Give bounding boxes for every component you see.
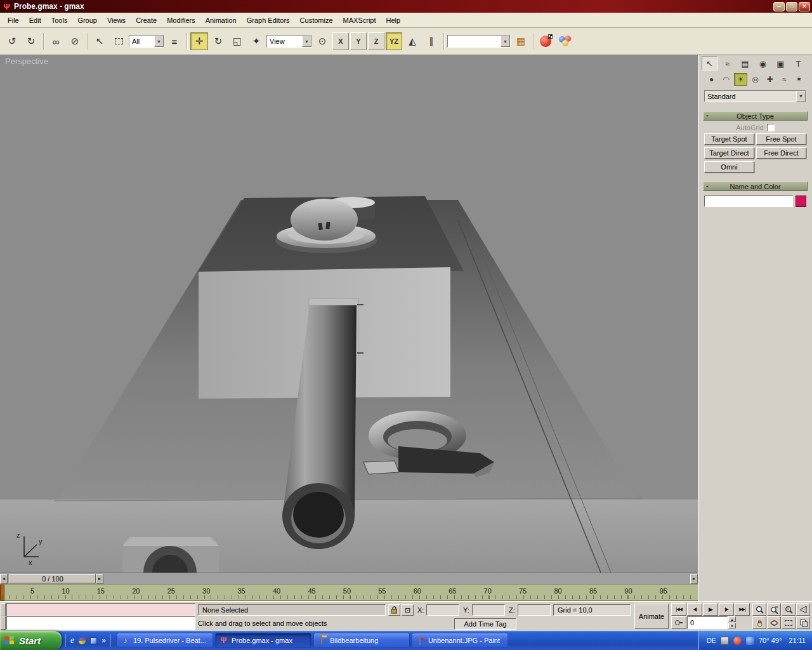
tab-utilities[interactable]: T	[790, 56, 806, 70]
light-type-dropdown[interactable]: Standard ▼	[704, 90, 806, 102]
select-by-name-icon[interactable]: ≡	[166, 32, 183, 50]
selection-lock-button[interactable]	[388, 604, 400, 616]
menu-item[interactable]: Views	[102, 14, 131, 27]
restrict-plane-yz-button[interactable]: YZ	[386, 32, 402, 50]
target-spot-button[interactable]: Target Spot	[704, 133, 754, 145]
minimize-button[interactable]: ─	[773, 2, 785, 11]
time-slider-track[interactable]: ◄ 0 / 100 ► ►	[0, 573, 698, 584]
x-coordinate-field[interactable]	[426, 604, 459, 616]
select-object-icon[interactable]: ↖	[91, 32, 108, 50]
listener-gutter-cell[interactable]	[1, 603, 6, 616]
select-and-rotate-icon[interactable]: ↻	[209, 32, 227, 50]
menu-item[interactable]: Modifiers	[162, 14, 200, 27]
time-slider-thumb[interactable]: 0 / 100	[10, 574, 96, 583]
tab-hierarchy[interactable]: ▤	[737, 56, 753, 70]
object-color-swatch[interactable]	[796, 196, 806, 207]
category-shapes-icon[interactable]: ◠	[719, 73, 733, 86]
viewport-label[interactable]: Perspective	[5, 56, 48, 66]
category-space-warps-icon[interactable]: ≈	[778, 73, 791, 86]
redo-icon[interactable]: ↻	[22, 32, 40, 50]
menu-item[interactable]: Customize	[295, 14, 338, 27]
field-of-view-button[interactable]	[796, 603, 810, 616]
free-direct-button[interactable]: Free Direct	[756, 147, 806, 159]
category-geometry-icon[interactable]: ●	[705, 73, 718, 86]
tab-modify[interactable]: ≈	[719, 56, 735, 70]
dropdown-arrow-icon[interactable]: ▼	[796, 91, 806, 102]
animate-button[interactable]: Animate	[634, 604, 669, 629]
menu-item[interactable]: Create	[131, 14, 162, 27]
viewport-perspective[interactable]: Perspective	[0, 55, 698, 573]
schematic-view-icon[interactable]: ▦	[512, 32, 530, 50]
render-scene-icon[interactable]	[537, 32, 554, 50]
select-and-link-icon[interactable]: ∞	[47, 32, 65, 50]
undo-icon[interactable]: ↺	[3, 32, 21, 50]
zoom-region-button[interactable]	[782, 616, 796, 629]
dropdown-arrow-icon[interactable]: ▼	[501, 36, 510, 47]
object-name-field[interactable]	[704, 196, 793, 207]
material-editor-icon[interactable]	[556, 32, 576, 50]
menu-item[interactable]: File	[3, 14, 24, 27]
frame-spinner-up[interactable]: ▲	[728, 616, 736, 622]
tab-motion[interactable]: ◉	[755, 56, 771, 70]
add-time-tag[interactable]: Add Time Tag	[454, 618, 516, 630]
zoom-button[interactable]	[752, 603, 766, 616]
pan-button[interactable]	[752, 616, 766, 629]
quick-launch-overflow-chevron[interactable]: »	[102, 636, 106, 645]
restrict-y-button[interactable]: Y	[350, 32, 367, 50]
listener-gutter-cell[interactable]	[1, 616, 6, 630]
bow-mount[interactable]	[122, 537, 219, 573]
menu-item[interactable]: Group	[72, 14, 102, 27]
category-cameras-icon[interactable]: ◎	[749, 73, 762, 86]
select-and-move-icon[interactable]: ✛	[190, 32, 208, 50]
named-selection-dropdown[interactable]: ▼	[447, 35, 511, 48]
taskbar-item-bildbearbeitung[interactable]: Bildbearbeitung	[313, 633, 410, 648]
tab-display[interactable]: ▣	[773, 56, 789, 70]
quick-launch-icon-2[interactable]	[90, 637, 97, 644]
maxscript-mini-listener-macro[interactable]	[6, 603, 195, 616]
maxscript-mini-listener[interactable]	[6, 616, 195, 630]
taskbar-item-paint[interactable]: Unbenannt.JPG - Paint	[412, 633, 508, 648]
dropdown-arrow-icon[interactable]: ▼	[154, 36, 164, 47]
rollout-object-type[interactable]: - Object Type	[703, 111, 808, 121]
min-max-toggle-button[interactable]	[796, 616, 810, 629]
track-bar[interactable]: 5101520253035404550556065707580859095	[0, 584, 698, 601]
unlink-selection-icon[interactable]: ⊘	[66, 32, 84, 50]
select-and-scale-icon[interactable]: ◱	[228, 32, 246, 50]
title-bar[interactable]: Ψ Probe.gmax - gmax ─ □ ✕	[0, 0, 812, 13]
reference-coordinate-dropdown[interactable]: View ▼	[266, 35, 312, 48]
restrict-z-button[interactable]: Z	[368, 32, 384, 50]
quick-launch-icon[interactable]	[79, 637, 86, 644]
frame-spinner-down[interactable]: ▼	[728, 623, 736, 628]
play-button[interactable]: ▶	[703, 603, 718, 616]
menu-item[interactable]: Tools	[46, 14, 73, 27]
current-frame-marker[interactable]	[0, 585, 4, 600]
category-helpers-icon[interactable]: ✚	[763, 73, 776, 86]
internet-explorer-icon[interactable]: e	[70, 635, 74, 646]
free-spot-button[interactable]: Free Spot	[756, 133, 806, 145]
rollout-collapse-icon[interactable]: -	[706, 111, 709, 119]
selection-region-icon[interactable]	[110, 32, 128, 50]
zoom-all-button[interactable]	[767, 603, 781, 616]
viewport-3d-scene[interactable]: z y x	[0, 55, 698, 573]
selection-filter-dropdown[interactable]: All ▼	[129, 35, 164, 48]
time-slider-step-arrow[interactable]: ►	[96, 574, 103, 584]
tray-icon-2[interactable]	[733, 637, 742, 645]
menu-item[interactable]: Graph Editors	[242, 14, 295, 27]
zoom-extents-button[interactable]	[782, 603, 796, 616]
use-pivot-point-icon[interactable]: ⊙	[313, 32, 331, 50]
restrict-x-button[interactable]: X	[332, 32, 349, 50]
rollout-collapse-icon[interactable]: -	[706, 182, 709, 189]
autogrid-checkbox[interactable]	[767, 124, 775, 131]
y-coordinate-field[interactable]	[472, 604, 505, 616]
dropdown-arrow-icon[interactable]: ▼	[302, 36, 311, 47]
current-frame-field[interactable]: 0	[687, 616, 728, 629]
go-to-end-button[interactable]: ▶▶|	[735, 603, 750, 616]
next-frame-button[interactable]: |▶	[719, 603, 734, 616]
weather-indicator[interactable]: 70° 49°	[759, 637, 782, 644]
omni-button[interactable]: Omni	[704, 161, 754, 173]
tab-create[interactable]: ↖	[702, 56, 717, 70]
menu-item[interactable]: Edit	[24, 14, 46, 27]
previous-frame-button[interactable]: ◀|	[687, 603, 702, 616]
close-button[interactable]: ✕	[799, 2, 810, 11]
key-mode-toggle[interactable]	[671, 616, 686, 629]
